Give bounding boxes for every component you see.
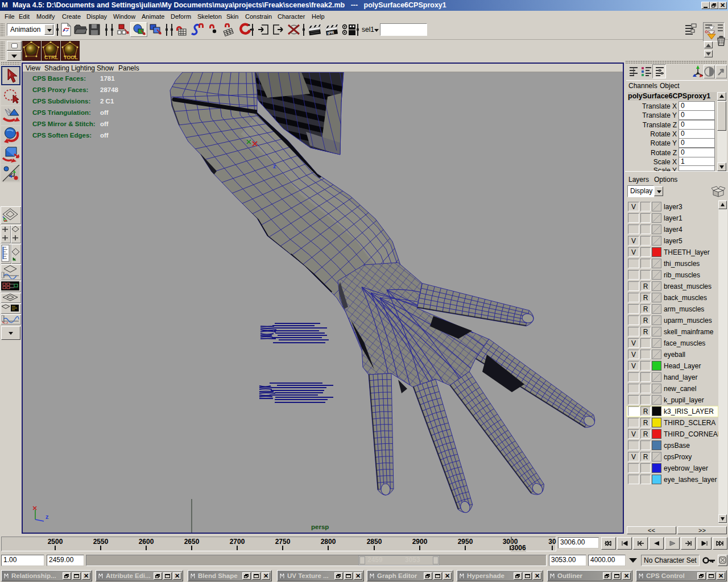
svg-text:CPS Base Faces:: CPS Base Faces: bbox=[32, 75, 86, 82]
svg-text:28748: 28748 bbox=[100, 86, 119, 93]
svg-text:CTRL: CTRL bbox=[44, 55, 58, 60]
svg-text:CPS Triangulation:: CPS Triangulation: bbox=[32, 109, 91, 116]
svg-text:CPS Soften Edges:: CPS Soften Edges: bbox=[32, 132, 92, 139]
svg-text:off: off bbox=[100, 109, 109, 116]
svg-text:1781: 1781 bbox=[100, 75, 115, 82]
svg-text:z: z bbox=[46, 513, 49, 520]
svg-text:CPS Subdivisions:: CPS Subdivisions: bbox=[32, 98, 90, 105]
svg-text:IPR: IPR bbox=[327, 30, 334, 35]
svg-text:off: off bbox=[100, 132, 109, 139]
svg-text:persp: persp bbox=[311, 523, 329, 530]
svg-text:z: z bbox=[273, 163, 276, 169]
svg-text:CPS Mirror & Stitch:: CPS Mirror & Stitch: bbox=[32, 120, 96, 127]
svg-text:CPS Proxy Faces:: CPS Proxy Faces: bbox=[32, 86, 88, 93]
svg-text:off: off bbox=[100, 120, 109, 127]
svg-text:TOOL: TOOL bbox=[64, 55, 78, 60]
svg-text:2 C1: 2 C1 bbox=[100, 98, 114, 105]
